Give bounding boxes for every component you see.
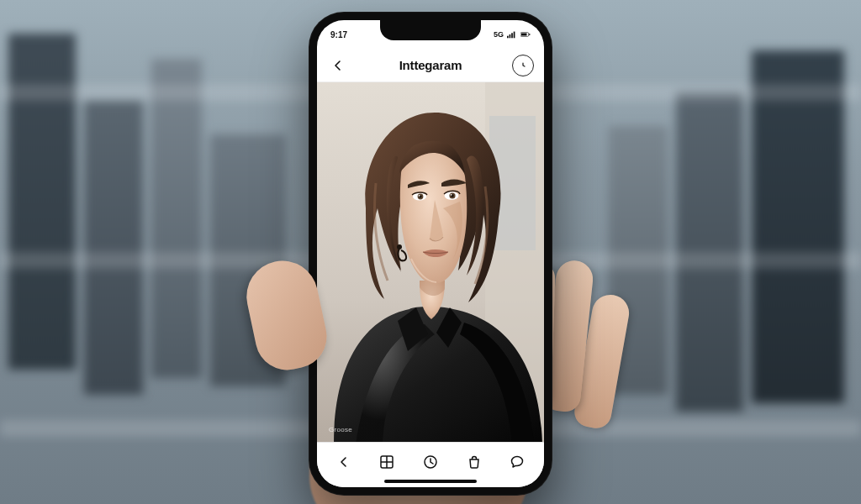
top-nav-bar: Inttegaram (317, 49, 544, 82)
signal-icon (507, 30, 517, 39)
status-indicators: 5G (494, 30, 531, 39)
clock-outline-icon (423, 454, 438, 470)
nav-back-button[interactable] (335, 453, 353, 471)
back-button[interactable] (327, 55, 349, 76)
chat-icon (510, 454, 525, 470)
app-title: Inttegaram (399, 58, 462, 72)
status-network: 5G (494, 30, 504, 39)
phone-screen: 9:17 5G Inttegaram (317, 20, 544, 487)
svg-rect-6 (529, 34, 530, 35)
svg-rect-2 (511, 33, 513, 38)
post-photo[interactable]: Groose (317, 82, 544, 444)
portrait-illustration (317, 82, 544, 444)
smartphone: 9:17 5G Inttegaram (309, 12, 552, 496)
svg-point-17 (451, 194, 452, 196)
scene: 9:17 5G Inttegaram (0, 0, 861, 504)
bag-icon (467, 454, 482, 470)
svg-point-13 (419, 195, 420, 197)
nav-feed-button[interactable] (378, 453, 396, 471)
photo-watermark: Groose (329, 426, 352, 433)
clock-icon (518, 60, 528, 71)
svg-rect-0 (507, 36, 509, 39)
phone-notch (380, 20, 481, 40)
chevron-left-icon (333, 60, 343, 71)
bottom-nav-bar (317, 442, 544, 487)
battery-icon (520, 30, 531, 39)
nav-messages-button[interactable] (508, 453, 526, 471)
options-button[interactable] (512, 55, 534, 76)
svg-rect-5 (521, 34, 527, 36)
home-indicator[interactable] (384, 480, 477, 483)
status-time: 9:17 (330, 30, 347, 39)
svg-rect-1 (510, 34, 511, 38)
nav-shop-button[interactable] (465, 453, 483, 471)
chevron-left-icon (337, 455, 351, 469)
grid-icon (379, 454, 394, 470)
nav-reels-button[interactable] (421, 453, 440, 471)
svg-rect-3 (514, 32, 515, 39)
